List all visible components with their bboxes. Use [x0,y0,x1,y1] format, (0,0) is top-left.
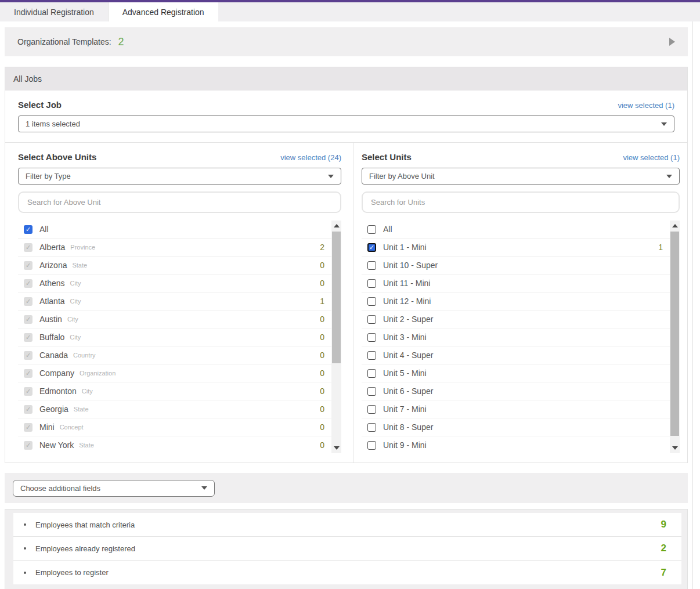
additional-fields-dropdown[interactable]: Choose additional fields [13,480,215,497]
unit-checkbox[interactable] [367,441,376,450]
above-unit-row[interactable]: ✓ Buffalo City 0 [18,328,331,346]
unit-row[interactable]: Unit 3 - Mini [362,328,670,346]
scrollbar-thumb[interactable] [670,232,679,436]
units-column: Select Units view selected (1) Filter by… [353,143,687,462]
summary-section: Employees that match criteria 9 Employee… [5,509,688,589]
above-unit-row[interactable]: ✓ Company Organization 0 [18,364,331,382]
above-units-view-selected-link[interactable]: view selected (24) [280,153,341,162]
above-unit-type: Organization [80,370,116,377]
triangle-up-icon [334,224,340,227]
above-unit-checkbox[interactable]: ✓ [24,297,33,306]
unit-row[interactable]: Unit 9 - Mini [362,436,670,453]
unit-row[interactable]: Unit 8 - Super [362,418,670,436]
above-unit-row[interactable]: ✓ New York State 0 [18,436,331,453]
unit-row[interactable]: Unit 11 - Mini [362,274,670,292]
above-unit-checkbox[interactable]: ✓ [24,423,33,432]
above-unit-row[interactable]: ✓ Alberta Province 2 [18,239,331,256]
filter-by-type-dropdown[interactable]: Filter by Type [18,168,341,185]
above-unit-row[interactable]: ✓ Austin City 0 [18,310,331,328]
organizational-templates-bar[interactable]: Organizational Templates: 2 [5,27,688,56]
units-all-label: All [383,225,392,234]
above-unit-checkbox[interactable]: ✓ [24,387,33,396]
unit-checkbox[interactable] [367,387,376,396]
above-unit-checkbox[interactable]: ✓ [24,441,33,450]
above-unit-checkbox[interactable]: ✓ [24,405,33,414]
above-unit-name: Georgia [39,404,68,414]
filter-by-above-unit-dropdown[interactable]: Filter by Above Unit [362,168,680,185]
summary-label: Employees to register [35,568,109,577]
above-unit-checkbox[interactable]: ✓ [24,315,33,324]
unit-checkbox[interactable] [367,261,376,270]
unit-checkbox[interactable]: ✓ [367,243,376,252]
units-all-checkbox[interactable] [367,225,376,234]
unit-name: Unit 4 - Super [383,350,433,360]
unit-checkbox[interactable] [367,315,376,324]
unit-row[interactable]: Unit 6 - Super [362,382,670,400]
above-units-title: Select Above Units [18,152,96,162]
organizational-templates-label: Organizational Templates: [17,37,111,46]
scrollbar-thumb[interactable] [332,232,341,363]
check-icon: ✓ [26,226,31,233]
above-unit-row[interactable]: ✓ Arizona State 0 [18,256,331,274]
above-unit-row[interactable]: ✓ Athens City 0 [18,274,331,292]
scroll-down-button[interactable] [331,443,341,453]
units-scrollbar[interactable] [670,221,680,453]
above-unit-count: 0 [320,350,331,360]
above-unit-checkbox[interactable]: ✓ [24,333,33,342]
unit-row[interactable]: ✓ Unit 1 - Mini 1 [362,239,670,256]
above-unit-count: 0 [320,422,331,432]
check-icon: ✓ [26,406,31,413]
scroll-up-button[interactable] [331,221,341,231]
triangle-down-icon [672,446,678,450]
above-unit-row[interactable]: ✓ Edmonton City 0 [18,382,331,400]
unit-row[interactable]: Unit 4 - Super [362,346,670,364]
units-search-input[interactable] [362,191,680,213]
tab-individual-label: Individual Registration [14,8,94,17]
above-unit-row[interactable]: ✓ Canada Country 0 [18,346,331,364]
unit-checkbox[interactable] [367,369,376,378]
unit-checkbox[interactable] [367,279,376,288]
above-unit-checkbox[interactable]: ✓ [24,351,33,360]
unit-row[interactable]: Unit 7 - Mini [362,400,670,418]
unit-row[interactable]: Unit 10 - Super [362,256,670,274]
unit-checkbox[interactable] [367,351,376,360]
above-unit-row[interactable]: ✓ Mini Concept 0 [18,418,331,436]
check-icon: ✓ [26,334,31,341]
above-unit-row[interactable]: ✓ Georgia State 0 [18,400,331,418]
unit-checkbox[interactable] [367,405,376,414]
select-job-dropdown[interactable]: 1 items selected [18,115,674,132]
unit-row[interactable]: Unit 5 - Mini [362,364,670,382]
unit-checkbox[interactable] [367,423,376,432]
above-units-column: Select Above Units view selected (24) Fi… [5,143,353,462]
unit-checkbox[interactable] [367,297,376,306]
above-unit-name: Edmonton [39,386,77,396]
scroll-down-button[interactable] [670,443,680,453]
select-job-view-selected-link[interactable]: view selected (1) [618,101,674,110]
check-icon: ✓ [26,244,31,251]
above-unit-type: City [82,388,93,395]
unit-name: Unit 1 - Mini [383,243,427,252]
check-icon: ✓ [26,280,31,287]
tab-advanced-registration[interactable]: Advanced Registration [109,2,218,21]
above-unit-search-input[interactable] [18,191,341,213]
above-unit-name: Athens [39,279,65,288]
above-unit-checkbox[interactable]: ✓ [24,243,33,252]
above-units-scrollbar[interactable] [331,221,341,453]
above-units-all-checkbox[interactable]: ✓ [24,225,33,234]
units-view-selected-link[interactable]: view selected (1) [623,153,680,162]
above-units-all-row[interactable]: ✓ All [18,221,331,239]
units-all-row[interactable]: All [362,221,670,239]
unit-row[interactable]: Unit 12 - Mini [362,292,670,310]
above-unit-checkbox[interactable]: ✓ [24,261,33,270]
above-unit-type: State [79,442,94,449]
above-unit-row[interactable]: ✓ Atlanta City 1 [18,292,331,310]
tab-individual-registration[interactable]: Individual Registration [0,2,109,21]
expand-arrow-icon[interactable] [669,38,675,46]
unit-checkbox[interactable] [367,333,376,342]
above-unit-name: Alberta [39,243,65,252]
triangle-up-icon [672,224,678,227]
unit-row[interactable]: Unit 2 - Super [362,310,670,328]
scroll-up-button[interactable] [670,221,680,231]
above-unit-checkbox[interactable]: ✓ [24,279,33,288]
above-unit-checkbox[interactable]: ✓ [24,369,33,378]
